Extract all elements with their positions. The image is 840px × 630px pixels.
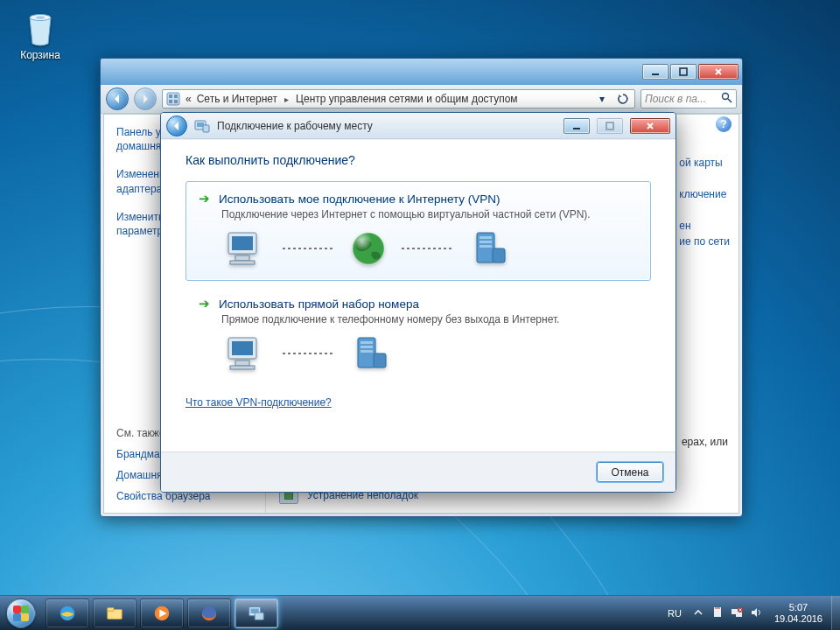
svg-rect-47 <box>736 612 742 617</box>
svg-rect-29 <box>232 341 253 355</box>
svg-rect-18 <box>235 256 249 261</box>
desktop-recycle-bin[interactable]: Корзина <box>14 9 66 61</box>
option-vpn-graphic <box>225 229 638 268</box>
help-icon[interactable]: ? <box>716 116 732 132</box>
taskbar-control-panel[interactable] <box>234 598 278 628</box>
wizard-maximize-button <box>597 118 623 134</box>
globe-icon <box>349 229 388 268</box>
server-icon <box>468 229 512 268</box>
tray-network-icon[interactable] <box>731 606 743 620</box>
svg-rect-24 <box>480 236 492 239</box>
svg-rect-44 <box>255 612 263 620</box>
svg-rect-30 <box>235 360 249 366</box>
breadcrumb-sep <box>283 93 290 105</box>
svg-line-10 <box>728 99 732 102</box>
nav-back-button[interactable] <box>106 88 129 110</box>
cp-close-button[interactable] <box>698 64 738 80</box>
option-dialup-graphic <box>225 334 638 373</box>
svg-rect-26 <box>480 245 492 248</box>
svg-rect-2 <box>652 74 659 75</box>
address-dropdown-icon[interactable]: ▾ <box>594 93 610 105</box>
recycle-bin-icon <box>23 9 58 47</box>
system-tray: RU 5:07 19.04.2016 <box>661 602 831 624</box>
svg-rect-5 <box>169 94 172 98</box>
search-icon <box>721 92 732 106</box>
svg-rect-33 <box>360 341 373 344</box>
wizard-back-button[interactable] <box>166 116 187 136</box>
svg-point-9 <box>723 94 729 100</box>
cp-bottom-text: ерах, или <box>682 436 728 448</box>
svg-rect-8 <box>174 100 178 103</box>
control-panel-icon <box>166 92 180 106</box>
refresh-button[interactable] <box>615 93 631 105</box>
tray-date: 19.04.2016 <box>774 613 822 625</box>
tray-action-center-icon[interactable] <box>711 606 724 620</box>
recycle-bin-label: Корзина <box>14 49 66 61</box>
search-input[interactable]: Поиск в па... <box>640 89 737 108</box>
wizard-title: Подключение к рабочему месту <box>217 120 373 132</box>
search-placeholder: Поиск в па... <box>645 93 706 105</box>
cp-right-links: ой карты ключение ен ие по сети <box>679 155 730 249</box>
svg-rect-27 <box>493 248 505 262</box>
show-desktop-button[interactable] <box>831 596 840 631</box>
cp-minimize-button[interactable] <box>642 64 668 80</box>
svg-rect-13 <box>203 125 209 132</box>
svg-rect-35 <box>360 350 373 353</box>
wizard-close-button[interactable] <box>630 118 670 134</box>
computer-icon <box>225 229 269 268</box>
taskbar-ie[interactable] <box>46 598 89 628</box>
server-icon <box>349 334 393 373</box>
breadcrumb-lvl2[interactable]: Центр управления сетями и общим доступом <box>296 93 518 105</box>
option-dialup[interactable]: ➔ Использовать прямой набор номера Прямо… <box>186 286 651 386</box>
svg-rect-31 <box>230 366 255 369</box>
option-vpn-sub: Подключение через Интернет с помощью вир… <box>221 208 638 220</box>
address-bar[interactable]: « Сеть и Интернет Центр управления сетям… <box>162 89 635 108</box>
svg-rect-14 <box>573 128 580 130</box>
svg-point-22 <box>353 233 384 264</box>
svg-rect-17 <box>232 236 253 250</box>
option-dialup-title: Использовать прямой набор номера <box>219 298 419 311</box>
option-vpn[interactable]: ➔ Использовать мое подключение к Интерне… <box>186 181 651 281</box>
taskbar-firefox[interactable] <box>187 598 231 628</box>
tray-time: 5:07 <box>774 602 822 613</box>
svg-rect-19 <box>230 261 255 264</box>
svg-rect-6 <box>174 94 178 98</box>
wizard-window: Подключение к рабочему месту Как выполни… <box>160 112 676 493</box>
breadcrumb-lvl1[interactable]: Сеть и Интернет <box>197 93 277 105</box>
wizard-heading: Как выполнить подключение? <box>186 153 651 167</box>
taskbar: RU 5:07 19.04.2016 <box>0 595 840 630</box>
arrow-icon: ➔ <box>199 296 210 312</box>
cp-maximize-button[interactable] <box>670 64 696 80</box>
tray-volume-icon[interactable] <box>750 606 762 620</box>
tray-language[interactable]: RU <box>664 606 685 620</box>
svg-rect-36 <box>374 354 386 368</box>
option-vpn-title: Использовать мое подключение к Интернету… <box>219 192 500 206</box>
vpn-help-link[interactable]: Что такое VPN-подключение? <box>186 396 332 409</box>
option-dialup-sub: Прямое подключение к телефонному номеру … <box>221 313 638 326</box>
nav-forward-button[interactable] <box>134 88 157 110</box>
start-button[interactable] <box>0 596 42 631</box>
svg-rect-3 <box>680 68 687 75</box>
breadcrumb-prefix: « <box>186 93 192 105</box>
svg-rect-15 <box>606 122 613 130</box>
computer-icon <box>225 334 269 373</box>
svg-rect-34 <box>360 346 373 348</box>
svg-rect-25 <box>480 241 492 243</box>
svg-rect-7 <box>169 100 172 103</box>
svg-point-1 <box>36 17 45 19</box>
svg-rect-39 <box>108 607 114 611</box>
cancel-button[interactable]: Отмена <box>597 462 663 482</box>
taskbar-explorer[interactable] <box>93 598 136 628</box>
arrow-icon: ➔ <box>199 191 210 206</box>
wizard-icon <box>194 118 210 134</box>
tray-chevron-icon[interactable] <box>692 606 704 620</box>
wizard-minimize-button[interactable] <box>564 118 590 134</box>
tray-clock[interactable]: 5:07 19.04.2016 <box>769 602 828 624</box>
taskbar-wmp[interactable] <box>140 598 184 628</box>
